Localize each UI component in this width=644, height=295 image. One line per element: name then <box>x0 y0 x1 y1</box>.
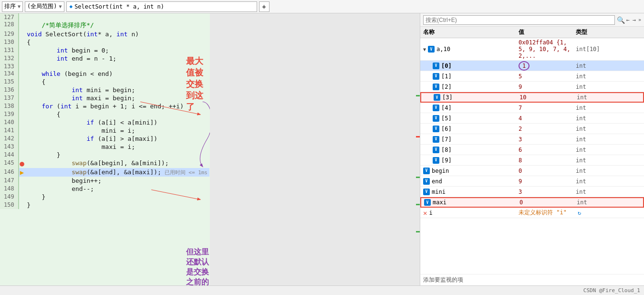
watch-row-a3[interactable]: V[3]10int <box>420 92 644 103</box>
line-indicator: ▶ <box>19 168 25 177</box>
code-line-147: 147 begin++; <box>0 177 209 185</box>
var-name-label: mini <box>432 189 446 195</box>
watch-var-name: Vend <box>423 178 519 185</box>
code-line-131: 131 int begin = 0; <box>0 46 209 54</box>
code-table: 127128 /*简单选择排序*/129void SelectSort(int*… <box>0 13 210 209</box>
line-number: 144 <box>0 151 19 159</box>
watch-table-header: 名称 值 类型 <box>420 27 644 38</box>
line-indicator <box>19 63 25 70</box>
status-bar: CSDN @Fire_Cloud_1 <box>0 285 644 295</box>
line-indicator <box>19 54 25 63</box>
plus-button[interactable]: + <box>259 1 270 12</box>
col-value-header: 值 <box>519 28 576 36</box>
watch-var-type: int <box>576 63 641 69</box>
line-indicator: ● <box>19 159 25 168</box>
watch-row-a7[interactable]: V[7]3int <box>420 134 644 145</box>
watch-var-type: int <box>577 199 640 206</box>
var-name-label: [8] <box>441 147 452 153</box>
watch-row-a9[interactable]: V[9]8int <box>420 155 644 166</box>
var-name-label: [4] <box>441 105 452 111</box>
watch-row-end_var[interactable]: Vend9int <box>420 176 644 187</box>
watch-row-a6[interactable]: V[6]2int <box>420 124 644 134</box>
search-back-button[interactable]: ← <box>625 17 631 23</box>
line-code: maxi = i; <box>25 143 209 151</box>
search-input[interactable] <box>423 15 615 25</box>
watch-var-type: int <box>576 105 641 111</box>
watch-row-a4[interactable]: V[4]7int <box>420 103 644 113</box>
code-line-145: 145● swap(&a[begin], &a[mini]); <box>0 159 209 168</box>
watch-row-a1[interactable]: V[1]5int <box>420 71 644 82</box>
col-type-header: 类型 <box>576 28 641 36</box>
line-indicator <box>19 102 25 110</box>
watch-row-a8[interactable]: V[8]6int <box>420 145 644 155</box>
watch-row-a0[interactable]: V[0]1int <box>420 61 644 71</box>
search-more-button[interactable]: » <box>638 17 641 22</box>
watch-var-name: ✕i <box>423 209 519 217</box>
scope-label: 排序 <box>4 2 16 11</box>
code-line-138: 138 for (int i = begin + 1; i <= end; ++… <box>0 102 209 110</box>
line-indicator <box>19 118 25 126</box>
var-icon: V <box>433 157 439 164</box>
line-number: 139 <box>0 110 19 118</box>
var-icon: V <box>433 126 439 132</box>
line-number: 138 <box>0 102 19 110</box>
code-line-133: 133 <box>0 63 209 70</box>
line-code: int mini = begin; <box>25 86 209 94</box>
code-line-142: 142 if (a[i] > a[maxi]) <box>0 135 209 143</box>
var-icon: V <box>433 84 439 90</box>
watch-var-name: V[1] <box>423 73 519 80</box>
search-icon[interactable]: 🔍 <box>617 16 625 24</box>
watch-var-value: 2 <box>519 126 576 132</box>
code-scrollbar[interactable] <box>210 13 420 285</box>
line-indicator <box>19 70 25 78</box>
watch-var-type: int <box>577 94 640 101</box>
search-fwd-button[interactable]: → <box>631 17 637 23</box>
watch-var-value: 4 <box>519 115 576 122</box>
var-name-label: [1] <box>441 73 452 80</box>
code-line-134: 134 while (begin < end) <box>0 70 209 78</box>
watermark: CSDN @Fire_Cloud_1 <box>583 287 640 294</box>
scope-dropdown[interactable]: 排序 ▼ <box>2 1 23 12</box>
code-line-130: 130{ <box>0 38 209 46</box>
watch-var-type: int <box>576 178 641 185</box>
watch-var-name: V[3] <box>424 94 519 101</box>
line-code: } <box>25 201 209 209</box>
search-bar: 🔍 ← → » <box>420 13 644 27</box>
watch-panel: 🔍 ← → » 名称 值 类型 ▼Va,100x012ffa04 {1, 5, … <box>420 13 644 285</box>
var-icon: V <box>433 136 439 143</box>
watch-row-i_var[interactable]: ✕i未定义标识符 "i"↻ <box>420 208 644 218</box>
watch-row-maxi[interactable]: Vmaxi0int <box>420 197 644 208</box>
watch-row-a5[interactable]: V[5]4int <box>420 113 644 124</box>
code-line-148: 148 end--; <box>0 185 209 193</box>
watch-row-a_arr[interactable]: ▼Va,100x012ffa04 {1, 5, 9, 10, 7, 4, 2,.… <box>420 38 644 61</box>
line-number: 128 <box>0 21 19 30</box>
var-name-label: a,10 <box>436 46 450 53</box>
toolbar: 排序 ▼ (全局范围) ▼ ◆ SelectSort(int * a, int … <box>0 0 644 13</box>
code-line-129: 129void SelectSort(int* a, int n) <box>0 30 209 38</box>
watch-var-type: int <box>576 126 641 132</box>
scope2-dropdown[interactable]: (全局范围) ▼ <box>25 1 64 12</box>
watch-row-a2[interactable]: V[2]9int <box>420 82 644 92</box>
line-indicator <box>19 185 25 193</box>
watch-var-name: V[6] <box>423 126 519 132</box>
line-number: 146 <box>0 168 19 177</box>
var-icon: V <box>433 63 439 69</box>
watch-var-value: 9 <box>519 84 576 90</box>
line-code: { <box>25 110 209 118</box>
watch-var-value: 未定义标识符 "i" <box>519 209 576 217</box>
line-code: swap(&a[begin], &a[mini]); <box>25 159 209 168</box>
line-code: for (int i = begin + 1; i <= end; ++i) <box>25 102 209 110</box>
watch-var-type: int <box>576 147 641 153</box>
watch-var-value: 10 <box>519 94 577 101</box>
add-watch-row[interactable]: 添加要监视的项 <box>420 274 644 285</box>
line-code <box>25 63 209 70</box>
watch-row-mini[interactable]: Vmini3int <box>420 187 644 197</box>
expand-arrow[interactable]: ▼ <box>423 47 426 52</box>
line-number: 148 <box>0 185 19 193</box>
watch-var-type: int <box>576 189 641 195</box>
var-name-label: [7] <box>441 136 452 143</box>
watch-row-begin[interactable]: Vbegin0int <box>420 166 644 176</box>
refresh-icon[interactable]: ↻ <box>578 210 581 216</box>
watch-var-value: 0 <box>519 168 576 174</box>
line-code: /*简单选择排序*/ <box>25 21 209 30</box>
